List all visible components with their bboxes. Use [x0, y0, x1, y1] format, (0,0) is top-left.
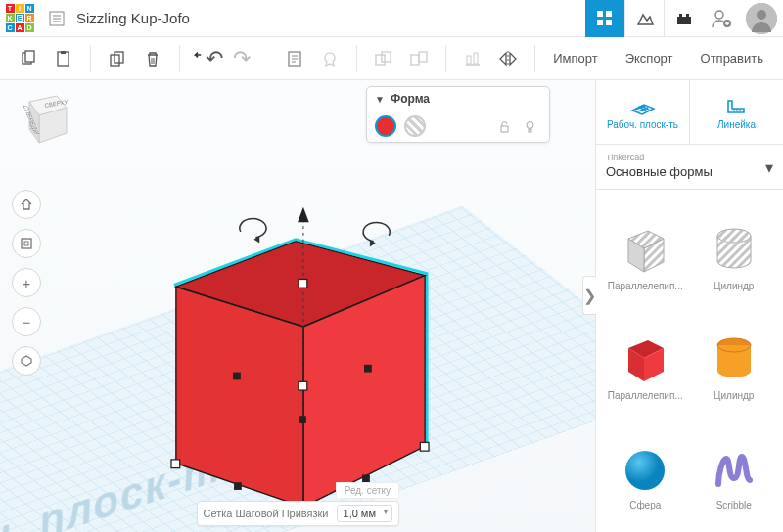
ruler-tool[interactable]: Линейка	[689, 80, 783, 144]
shape-cylinder-solid[interactable]: Цилиндр	[691, 305, 778, 401]
shape-category-select[interactable]: Tinkercad Основные формы ▾	[596, 145, 783, 190]
shape-sphere[interactable]: Сфера	[602, 415, 689, 510]
workplane-tool[interactable]: Рабоч. плоск-ть	[596, 80, 689, 144]
shapes-panel: ❯ Рабоч. плоск-ть Линейка Tinkercad Осно…	[595, 80, 783, 532]
ortho-toggle-button[interactable]	[12, 346, 41, 376]
svg-rect-48	[234, 482, 242, 490]
undo-button[interactable]: ↶	[190, 42, 223, 75]
svg-rect-10	[686, 14, 689, 17]
svg-point-11	[715, 11, 723, 19]
mirror-button[interactable]	[491, 42, 525, 75]
svg-rect-9	[679, 14, 682, 17]
solid-color-swatch[interactable]	[375, 115, 396, 137]
svg-rect-44	[171, 460, 180, 468]
svg-rect-49	[362, 474, 370, 482]
fit-view-button[interactable]	[12, 229, 41, 258]
collapse-panel-button[interactable]: ❯	[582, 276, 596, 315]
group-button[interactable]	[367, 42, 400, 75]
view-controls: + −	[12, 190, 41, 376]
svg-rect-60	[529, 129, 531, 132]
shape-cylinder-hole[interactable]: Цилиндр	[691, 196, 778, 291]
canvas-3d-view[interactable]: ч. плоск-ть	[0, 80, 595, 532]
svg-rect-6	[597, 20, 603, 25]
project-title[interactable]: Sizzling Kup-Jofo	[76, 10, 190, 26]
zoom-out-button[interactable]: −	[12, 307, 41, 336]
bricks-view-button[interactable]	[664, 0, 703, 37]
svg-rect-29	[411, 55, 419, 65]
svg-rect-18	[61, 51, 66, 54]
svg-rect-50	[233, 373, 241, 380]
svg-point-14	[757, 10, 766, 20]
show-all-button[interactable]	[313, 42, 346, 75]
design-view-button[interactable]	[585, 0, 624, 37]
paste-button[interactable]	[47, 42, 80, 75]
add-collaborator-button[interactable]	[703, 0, 740, 36]
svg-rect-32	[467, 56, 471, 64]
svg-rect-58	[501, 126, 508, 132]
svg-rect-30	[419, 52, 427, 62]
svg-point-59	[527, 121, 533, 128]
toolbar: ↶ ↷ Импорт Экспорт Отправить	[0, 37, 783, 80]
delete-button[interactable]	[136, 42, 169, 75]
inspector-title: Форма	[391, 92, 430, 106]
collapse-caret-icon[interactable]: ▼	[375, 94, 385, 105]
chevron-down-icon: ▾	[765, 158, 773, 177]
svg-point-79	[625, 451, 665, 490]
user-avatar[interactable]	[746, 3, 777, 34]
svg-rect-46	[420, 442, 429, 451]
align-button[interactable]	[456, 42, 489, 75]
edit-grid-button[interactable]: Ред. сетку	[336, 482, 399, 499]
svg-rect-7	[606, 20, 612, 25]
shape-box-solid[interactable]: Параллелепип...	[602, 305, 689, 401]
bulb-icon[interactable]	[524, 120, 541, 133]
shape-scribble[interactable]: Scribble	[691, 415, 778, 510]
svg-rect-5	[606, 11, 612, 17]
snap-grid-select[interactable]: 1,0 мм ▾	[337, 505, 392, 522]
lock-icon[interactable]	[498, 120, 516, 133]
svg-rect-16	[25, 51, 34, 62]
svg-rect-27	[376, 55, 385, 65]
svg-rect-47	[299, 381, 307, 390]
ungroup-button[interactable]	[402, 42, 436, 75]
zoom-in-button[interactable]: +	[12, 268, 41, 297]
svg-rect-33	[474, 53, 478, 64]
snap-grid-label: Сетка Шаговой Привязки	[204, 508, 329, 519]
project-list-icon[interactable]	[45, 7, 69, 30]
view-cube[interactable]: СВЕРХУ СПЕРЕДИ	[10, 86, 74, 151]
svg-rect-51	[364, 365, 372, 373]
svg-rect-28	[382, 52, 391, 62]
notes-button[interactable]	[278, 42, 311, 75]
svg-marker-39	[298, 207, 309, 223]
blocks-view-button[interactable]	[624, 0, 664, 37]
hole-swatch[interactable]	[404, 115, 426, 137]
copy-button[interactable]	[12, 42, 45, 75]
svg-rect-8	[677, 17, 691, 24]
svg-rect-43	[299, 279, 307, 288]
svg-rect-52	[299, 416, 306, 423]
svg-rect-4	[597, 11, 603, 17]
svg-rect-57	[24, 242, 28, 245]
app-header: TIN KER CAD Sizzling Kup-Jofo	[0, 0, 783, 37]
home-view-button[interactable]	[12, 190, 41, 219]
redo-button[interactable]: ↷	[225, 42, 258, 75]
selected-shape-box[interactable]	[149, 198, 452, 520]
svg-rect-56	[22, 239, 31, 248]
snap-grid-bar: Сетка Шаговой Привязки 1,0 мм ▾	[197, 501, 399, 526]
svg-rect-17	[58, 52, 69, 66]
shape-box-hole[interactable]: Параллелепип...	[602, 196, 689, 291]
duplicate-button[interactable]	[101, 42, 134, 75]
export-button[interactable]: Экспорт	[612, 51, 687, 66]
send-to-button[interactable]: Отправить	[687, 51, 777, 66]
shape-inspector: ▼ Форма	[366, 86, 550, 143]
tinkercad-logo[interactable]: TIN KER CAD	[0, 0, 39, 37]
import-button[interactable]: Импорт	[539, 51, 611, 66]
